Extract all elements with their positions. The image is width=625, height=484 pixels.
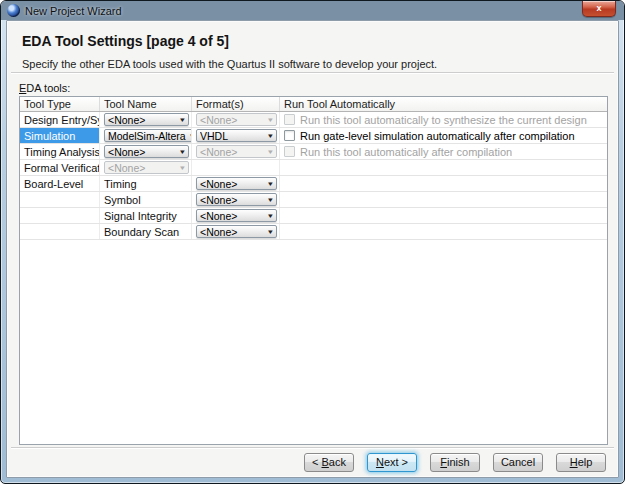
tool-type-cell-empty bbox=[20, 224, 100, 239]
tool-type-cell-empty bbox=[20, 192, 100, 207]
tool-name-dropdown[interactable]: <None> ▼ bbox=[104, 113, 189, 126]
table-row-design-entry: Design Entry/Synthesis <None> ▼ <None> ▼ bbox=[20, 112, 607, 128]
title-bar[interactable]: New Project Wizard bbox=[1, 1, 624, 20]
tool-type-cell[interactable]: Timing Analysis bbox=[20, 144, 100, 159]
tool-name-cell: <None> ▼ bbox=[100, 112, 192, 127]
tool-name-cell: Symbol bbox=[100, 192, 192, 207]
run-tool-cell-empty bbox=[280, 224, 607, 239]
tool-name-cell: Boundary Scan bbox=[100, 224, 192, 239]
format-cell: <None> ▼ bbox=[192, 144, 280, 159]
table-header-row: Tool Type Tool Name Format(s) Run Tool A… bbox=[20, 97, 607, 112]
tool-name-dropdown-disabled: <None> ▼ bbox=[104, 161, 189, 174]
format-cell: <None> ▼ bbox=[192, 112, 280, 127]
column-header-tool-type: Tool Type bbox=[20, 97, 100, 111]
chevron-down-icon: ▼ bbox=[175, 165, 187, 171]
tool-name-cell: <None> ▼ bbox=[100, 144, 192, 159]
run-tool-checkbox-label: Run this tool automatically to synthesiz… bbox=[300, 114, 587, 126]
format-dropdown-disabled: <None> ▼ bbox=[196, 145, 277, 158]
format-cell: <None> ▼ bbox=[192, 192, 280, 207]
format-dropdown[interactable]: <None> ▼ bbox=[196, 209, 277, 222]
footer-separator bbox=[11, 447, 614, 449]
cancel-button[interactable]: Cancel bbox=[493, 453, 543, 472]
chevron-down-icon: ▼ bbox=[263, 133, 275, 139]
run-tool-checkbox-label: Run this tool automatically after compil… bbox=[300, 146, 512, 158]
table-row-formal-verification: Formal Verification <None> ▼ bbox=[20, 160, 607, 176]
close-icon[interactable]: x bbox=[582, 1, 616, 17]
table-row-timing-analysis: Timing Analysis <None> ▼ <None> ▼ bbox=[20, 144, 607, 160]
wizard-button-row: < Back Next > Finish Cancel Help bbox=[7, 453, 606, 473]
dialog-content: EDA Tool Settings [page 4 of 5] Specify … bbox=[6, 20, 619, 478]
format-dropdown[interactable]: VHDL ▼ bbox=[196, 129, 277, 142]
tool-type-cell[interactable]: Formal Verification bbox=[20, 160, 100, 175]
format-dropdown-disabled: <None> ▼ bbox=[196, 113, 277, 126]
run-tool-checkbox-disabled bbox=[284, 146, 295, 157]
help-button[interactable]: Help bbox=[556, 453, 606, 472]
page-subtitle: Specify the other EDA tools used with th… bbox=[22, 58, 437, 70]
chevron-down-icon: ▼ bbox=[263, 229, 275, 235]
new-project-wizard-window: New Project Wizard x EDA Tool Settings [… bbox=[0, 0, 625, 484]
tool-type-cell-selected[interactable]: Simulation bbox=[20, 128, 100, 143]
run-tool-checkbox-disabled bbox=[284, 114, 295, 125]
quartus-logo-icon bbox=[7, 4, 20, 17]
tool-name-cell: Signal Integrity bbox=[100, 208, 192, 223]
eda-tools-label: EDA tools: bbox=[19, 82, 70, 94]
format-dropdown[interactable]: <None> ▼ bbox=[196, 177, 277, 190]
eda-tools-table: Tool Type Tool Name Format(s) Run Tool A… bbox=[19, 96, 608, 445]
run-tool-cell: Run this tool automatically to synthesiz… bbox=[280, 112, 607, 127]
tool-name-dropdown[interactable]: <None> ▼ bbox=[104, 145, 189, 158]
table-row-board-level-signal-integrity: Signal Integrity <None> ▼ bbox=[20, 208, 607, 224]
run-tool-cell: Run this tool automatically after compil… bbox=[280, 144, 607, 159]
page-title: EDA Tool Settings [page 4 of 5] bbox=[22, 33, 229, 49]
next-button[interactable]: Next > bbox=[367, 453, 417, 472]
finish-button[interactable]: Finish bbox=[430, 453, 480, 472]
format-cell: <None> ▼ bbox=[192, 176, 280, 191]
tool-name-cell: ModelSim-Altera ▼ bbox=[100, 128, 192, 143]
chevron-down-icon: ▼ bbox=[175, 117, 187, 123]
table-row-board-level-boundary-scan: Boundary Scan <None> ▼ bbox=[20, 224, 607, 240]
run-tool-cell-empty bbox=[280, 208, 607, 223]
chevron-down-icon: ▼ bbox=[263, 213, 275, 219]
tool-type-cell[interactable]: Design Entry/Synthesis bbox=[20, 112, 100, 127]
chevron-down-icon: ▼ bbox=[263, 181, 275, 187]
chevron-down-icon: ▼ bbox=[184, 133, 192, 139]
column-header-tool-name: Tool Name bbox=[100, 97, 192, 111]
header-separator bbox=[11, 72, 614, 74]
chevron-down-icon: ▼ bbox=[263, 197, 275, 203]
format-dropdown[interactable]: <None> ▼ bbox=[196, 225, 277, 238]
window-title: New Project Wizard bbox=[25, 5, 122, 17]
run-tool-checkbox-label: Run gate-level simulation automatically … bbox=[300, 130, 575, 142]
column-header-format: Format(s) bbox=[192, 97, 280, 111]
chevron-down-icon: ▼ bbox=[263, 149, 275, 155]
format-cell: <None> ▼ bbox=[192, 208, 280, 223]
tool-name-cell: <None> ▼ bbox=[100, 160, 192, 175]
format-cell: VHDL ▼ bbox=[192, 128, 280, 143]
tool-type-cell[interactable]: Board-Level bbox=[20, 176, 100, 191]
tool-name-dropdown[interactable]: ModelSim-Altera ▼ bbox=[104, 129, 192, 142]
chevron-down-icon: ▼ bbox=[263, 117, 275, 123]
run-tool-cell: Run gate-level simulation automatically … bbox=[280, 128, 607, 143]
back-button[interactable]: < Back bbox=[304, 453, 354, 472]
run-gate-level-simulation-checkbox[interactable] bbox=[284, 130, 295, 141]
run-tool-cell-empty bbox=[280, 160, 607, 175]
tool-type-cell-empty bbox=[20, 208, 100, 223]
table-row-board-level-symbol: Symbol <None> ▼ bbox=[20, 192, 607, 208]
tool-name-cell: Timing bbox=[100, 176, 192, 191]
format-dropdown[interactable]: <None> ▼ bbox=[196, 193, 277, 206]
run-tool-cell-empty bbox=[280, 176, 607, 191]
table-row-board-level-timing: Board-Level Timing <None> ▼ bbox=[20, 176, 607, 192]
format-cell: <None> ▼ bbox=[192, 224, 280, 239]
column-header-run-tool: Run Tool Automatically bbox=[280, 97, 607, 111]
chevron-down-icon: ▼ bbox=[175, 149, 187, 155]
table-row-simulation: Simulation ModelSim-Altera ▼ VHDL ▼ bbox=[20, 128, 607, 144]
run-tool-cell-empty bbox=[280, 192, 607, 207]
format-cell-empty bbox=[192, 160, 280, 175]
